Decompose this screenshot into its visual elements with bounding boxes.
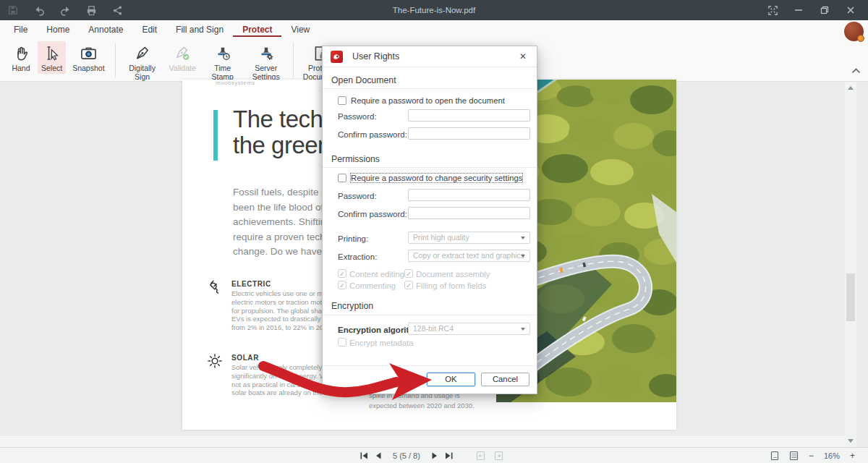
section-encryption: Encryption bbox=[331, 301, 373, 311]
dropdown-arrow-icon bbox=[521, 237, 525, 239]
require-open-password-checkbox[interactable] bbox=[338, 96, 346, 105]
single-page-view-icon[interactable] bbox=[770, 451, 779, 461]
filling-form-fields-checkbox: ✓ bbox=[404, 281, 413, 289]
dialog-close-icon[interactable]: ✕ bbox=[517, 51, 529, 61]
restore-icon[interactable] bbox=[812, 0, 838, 20]
commenting-checkbox: ✓ bbox=[338, 281, 346, 289]
hand-tool-button[interactable]: Hand bbox=[7, 41, 35, 74]
electric-section-title: ELECTRIC bbox=[231, 280, 271, 288]
previous-page-icon[interactable] bbox=[375, 452, 381, 459]
document-paragraph: Fossil fuels, despite a been the life bl… bbox=[233, 185, 330, 260]
continuous-view-icon[interactable] bbox=[789, 451, 799, 461]
printing-label: Printing: bbox=[338, 234, 368, 243]
content-editing-label: Content editing bbox=[349, 270, 404, 279]
fullscreen-icon[interactable] bbox=[760, 0, 786, 20]
printing-dropdown: Print high quality bbox=[408, 232, 530, 244]
menu-home[interactable]: Home bbox=[37, 22, 79, 37]
fountain-pen-icon bbox=[135, 43, 150, 62]
ok-button[interactable]: OK bbox=[427, 373, 475, 386]
snapshot-button[interactable]: Snapshot bbox=[69, 41, 108, 74]
scroll-up-icon[interactable] bbox=[848, 86, 854, 90]
minimize-icon[interactable] bbox=[786, 0, 812, 20]
ribbon-separator bbox=[293, 43, 294, 77]
select-cursor-icon bbox=[44, 43, 59, 62]
perm-confirm-input[interactable] bbox=[408, 207, 530, 219]
dropdown-arrow-icon bbox=[521, 255, 525, 258]
scrollbar-thumb[interactable] bbox=[846, 273, 855, 321]
open-password-label: Password: bbox=[338, 112, 377, 121]
pdf-editor-window: The-Future-is-Now.pdf File Home Annotate… bbox=[0, 0, 868, 463]
pdf-app-logo-icon bbox=[331, 51, 343, 63]
perm-confirm-label: Confirm password: bbox=[338, 210, 407, 218]
section-open-document: Open Document bbox=[331, 75, 396, 85]
menu-edit[interactable]: Edit bbox=[132, 22, 166, 37]
extraction-dropdown: Copy or extract text and graphics bbox=[408, 250, 530, 262]
vertical-scrollbar[interactable] bbox=[845, 82, 856, 447]
previous-view-icon bbox=[476, 451, 485, 461]
menu-fill-and-sign[interactable]: Fill and Sign bbox=[166, 22, 233, 37]
menu-annotate[interactable]: Annotate bbox=[79, 22, 132, 37]
hand-icon bbox=[14, 43, 29, 62]
dialog-titlebar: User Rights ✕ bbox=[323, 46, 537, 67]
validate-pen-check-icon bbox=[174, 43, 190, 62]
next-view-icon bbox=[494, 451, 503, 461]
document-assembly-label: Document assembly bbox=[416, 270, 490, 279]
titlebar: The-Future-is-Now.pdf bbox=[0, 0, 868, 20]
ribbon-separator bbox=[115, 43, 116, 77]
perm-password-input[interactable] bbox=[408, 189, 530, 201]
commenting-label: Commenting bbox=[349, 281, 396, 290]
camera-icon bbox=[80, 43, 97, 62]
horizontal-scrollbar[interactable] bbox=[0, 435, 845, 447]
extraction-label: Extraction: bbox=[338, 252, 377, 261]
perm-password-label: Password: bbox=[338, 192, 377, 200]
open-confirm-input[interactable] bbox=[408, 127, 530, 140]
menubar: File Home Annotate Edit Fill and Sign Pr… bbox=[0, 20, 868, 38]
close-window-icon[interactable] bbox=[838, 0, 864, 20]
document-logo: moobsystems bbox=[216, 80, 255, 86]
heading-accent-bar bbox=[213, 110, 218, 161]
dialog-title: User Rights bbox=[352, 51, 517, 61]
select-tool-button[interactable]: Select bbox=[38, 41, 66, 74]
electric-plug-icon bbox=[207, 278, 224, 298]
menu-file[interactable]: File bbox=[4, 22, 37, 37]
validate-button: Validate bbox=[166, 41, 200, 74]
stamp-gear-icon bbox=[258, 43, 274, 62]
section-permissions: Permissions bbox=[331, 154, 380, 164]
content-editing-checkbox: ✓ bbox=[338, 269, 346, 278]
zoom-in-button[interactable]: + bbox=[850, 451, 855, 461]
filling-form-fields-label: Filling of form fields bbox=[416, 281, 486, 290]
avatar[interactable] bbox=[844, 22, 864, 41]
cancel-button[interactable]: Cancel bbox=[481, 373, 529, 386]
server-settings-button[interactable]: Server Settings bbox=[246, 41, 286, 83]
scroll-down-icon[interactable] bbox=[848, 439, 854, 443]
open-confirm-label: Confirm password: bbox=[338, 130, 407, 139]
encrypt-metadata-label: Encrypt metadata bbox=[349, 339, 414, 347]
menu-view[interactable]: View bbox=[281, 22, 319, 37]
require-open-password-label: Require a password to open the document bbox=[351, 96, 505, 105]
open-password-input[interactable] bbox=[408, 109, 530, 122]
user-rights-dialog: User Rights ✕ Open Document Require a pa… bbox=[322, 46, 537, 394]
solar-sun-icon bbox=[206, 352, 224, 373]
document-assembly-checkbox: ✓ bbox=[404, 269, 413, 278]
stamp-clock-icon bbox=[215, 43, 231, 62]
first-page-icon[interactable] bbox=[360, 452, 368, 459]
electric-section-text: Electric vehicles use one or mo electric… bbox=[231, 289, 331, 332]
menu-protect[interactable]: Protect bbox=[233, 22, 281, 37]
avatar-badge-icon bbox=[857, 35, 864, 42]
time-stamp-button[interactable]: Time Stamp bbox=[203, 41, 243, 83]
ribbon-collapse-chevron-icon[interactable] bbox=[851, 64, 861, 77]
statusbar: 5 (5 / 8) − 16% + bbox=[0, 447, 868, 463]
require-permissions-password-checkbox[interactable] bbox=[338, 174, 346, 182]
digitally-sign-button[interactable]: Digitally Sign bbox=[122, 41, 163, 83]
encryption-algorithm-dropdown[interactable]: 128-bit RC4 bbox=[408, 323, 530, 335]
solar-section-title: SOLAR bbox=[231, 354, 259, 362]
next-page-icon[interactable] bbox=[432, 452, 438, 459]
window-title: The-Future-is-Now.pdf bbox=[0, 0, 868, 20]
require-permissions-password-label: Require a password to change security se… bbox=[351, 174, 522, 182]
page-number[interactable]: 5 (5 / 8) bbox=[388, 451, 425, 460]
last-page-icon[interactable] bbox=[445, 452, 453, 459]
dropdown-arrow-icon bbox=[521, 328, 525, 331]
zoom-level[interactable]: 16% bbox=[824, 451, 840, 460]
zoom-out-button[interactable]: − bbox=[809, 451, 814, 461]
encrypt-metadata-checkbox bbox=[338, 338, 346, 347]
